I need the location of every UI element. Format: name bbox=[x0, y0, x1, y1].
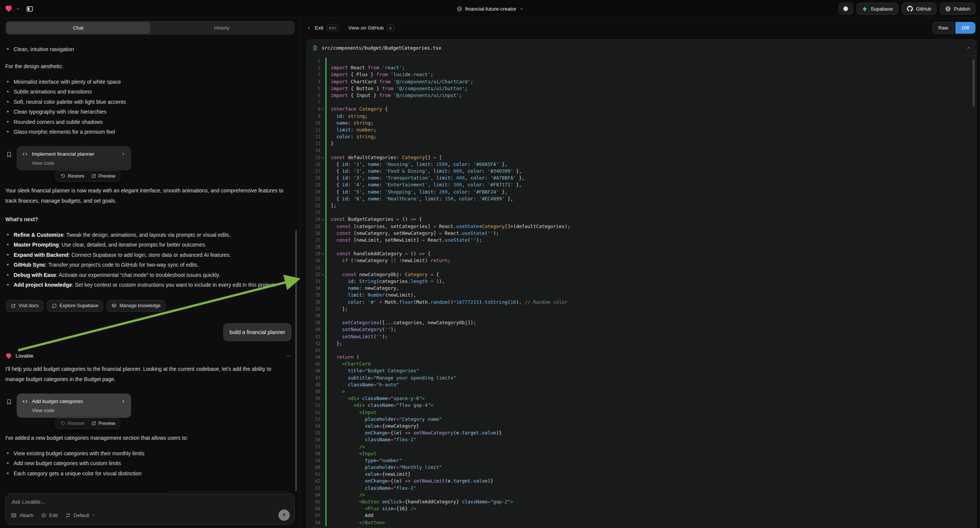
agent-name: Lovable bbox=[16, 353, 33, 359]
send-button[interactable] bbox=[278, 509, 290, 521]
code-line: 62 onChange={(e) => setNewLimit(e.target… bbox=[307, 478, 976, 484]
code-line: 57 /> bbox=[307, 444, 976, 450]
code-line: 66 <Plus size={16} /> bbox=[307, 505, 976, 512]
chevron-right-icon bbox=[121, 399, 126, 404]
file-path: src/components/budget/BudgetCategories.t… bbox=[321, 45, 962, 51]
exit-button[interactable]: Exit ESC bbox=[307, 25, 339, 31]
code-line: 39 setCategories([...categories, newCate… bbox=[307, 319, 976, 326]
code-line: 8∨interface Category { bbox=[307, 106, 976, 113]
supabase-button[interactable]: Supabase bbox=[856, 3, 898, 15]
version-card-block: Add budget categories View code bbox=[6, 394, 292, 418]
project-switcher[interactable]: financial-future-creator bbox=[457, 0, 523, 17]
publish-globe-icon bbox=[945, 6, 951, 12]
code-line: 23 bbox=[307, 209, 976, 216]
preview-button[interactable]: Preview bbox=[91, 421, 115, 426]
publish-button[interactable]: Publish bbox=[940, 3, 975, 15]
view-code-link[interactable]: View code bbox=[32, 160, 126, 166]
code-line: 17 { id: '2', name: 'Food & Dining', lim… bbox=[307, 168, 976, 175]
list-item: Add new budget categories with custom li… bbox=[7, 458, 292, 469]
collapse-chevron-up-icon[interactable] bbox=[966, 45, 971, 50]
code-viewer-header: Exit ESC View on GitHub G Raw Diff bbox=[301, 18, 980, 38]
top-bar: financial-future-creator Supabase bbox=[0, 0, 980, 18]
file-header-bar[interactable]: src/components/budget/BudgetCategories.t… bbox=[307, 40, 977, 56]
code-line: 46 title="Budget Categories" bbox=[307, 367, 976, 374]
raw-toggle-button[interactable]: Raw bbox=[933, 22, 954, 34]
code-line: 22]; bbox=[307, 202, 976, 209]
lovable-heart-logo-icon[interactable] bbox=[5, 5, 13, 13]
code-line: 38 bbox=[307, 312, 976, 319]
list-item: Minimalist interface with plenty of whit… bbox=[7, 77, 292, 87]
view-on-github-button[interactable]: View on GitHub G bbox=[348, 25, 394, 31]
globe-icon bbox=[457, 6, 462, 12]
list-item: Clean, intuitive navigation bbox=[7, 44, 292, 54]
logo-chevron-down-icon[interactable] bbox=[16, 7, 20, 11]
attach-image-icon bbox=[11, 512, 17, 518]
list-item: Rounded corners and subtle shadows bbox=[7, 117, 292, 127]
raw-diff-toggle: Raw Diff bbox=[933, 22, 975, 34]
github-button[interactable]: GitHub bbox=[902, 3, 936, 15]
code-line: 61 value={newLimit} bbox=[307, 471, 976, 478]
file-diff-icon bbox=[312, 45, 318, 51]
visit-docs-button[interactable]: Visit docs bbox=[6, 300, 44, 312]
code-line: 14 bbox=[307, 147, 976, 154]
preview-button[interactable]: Preview bbox=[91, 173, 115, 179]
code-line: 18 { id: '3', name: 'Transportation', li… bbox=[307, 175, 976, 181]
bullet-list: Clean, intuitive navigation bbox=[5, 44, 292, 54]
sidebar-toggle-icon[interactable] bbox=[26, 5, 33, 13]
tab-chat[interactable]: Chat bbox=[6, 22, 150, 34]
bookmark-icon[interactable] bbox=[6, 151, 12, 157]
code-line: 47 subtitle="Manage your spending limits… bbox=[307, 375, 976, 382]
code-line: 24∨const BudgetCategories = () => { bbox=[307, 216, 976, 223]
code-line: 60 placeholder="Monthly limit" bbox=[307, 464, 976, 471]
whats-next-heading: What's next? bbox=[5, 215, 292, 224]
code-line: 28 bbox=[307, 243, 976, 250]
list-item: Each category gets a unique color for vi… bbox=[7, 469, 292, 479]
code-line: 64 /> bbox=[307, 491, 976, 498]
composer[interactable]: Ask Lovable... Attach Edit bbox=[5, 493, 295, 525]
chat-scrollbar[interactable] bbox=[295, 230, 297, 491]
version-title: Implement financial planner bbox=[32, 151, 117, 157]
restore-button[interactable]: Restore bbox=[60, 421, 84, 426]
code-line: 55 onChange={(e) => setNewCategory(e.tar… bbox=[307, 429, 976, 436]
code-line: 15∨const defaultCategories: Category[] =… bbox=[307, 154, 976, 161]
composer-input[interactable]: Ask Lovable... bbox=[12, 499, 289, 505]
chevron-down-icon bbox=[92, 513, 95, 517]
publish-label: Publish bbox=[954, 6, 970, 12]
bullet-list: Minimalist interface with plenty of whit… bbox=[5, 77, 292, 137]
restore-button[interactable]: Restore bbox=[60, 173, 84, 179]
project-chevron-down-icon bbox=[519, 7, 523, 11]
chat-messages[interactable]: Clean, intuitive navigation For the desi… bbox=[0, 38, 300, 491]
code-line: 16 { id: '1', name: 'Housing', limit: 15… bbox=[307, 161, 976, 168]
code-line: 10 name: string; bbox=[307, 120, 976, 127]
esc-key-badge: ESC bbox=[327, 25, 339, 31]
gear-icon bbox=[843, 6, 849, 12]
design-heading: For the design aesthetic: bbox=[5, 61, 292, 72]
code-area[interactable]: 12import React from 'react';3import { Pl… bbox=[307, 56, 977, 528]
github-label: GitHub bbox=[916, 6, 931, 12]
manage-knowledge-button[interactable]: Manage knowledge bbox=[107, 300, 165, 312]
explore-supabase-button[interactable]: Explore Supabase bbox=[47, 300, 103, 312]
list-item: Clean typography with clear hierarchies bbox=[7, 107, 292, 117]
more-options-icon[interactable] bbox=[286, 353, 292, 359]
version-card[interactable]: Implement financial planner View code bbox=[17, 146, 131, 170]
bullet-list: View existing budget categories with the… bbox=[5, 448, 292, 479]
version-hover-toolbar: Restore Preview bbox=[55, 170, 121, 182]
view-code-link[interactable]: View code bbox=[32, 407, 126, 413]
code-icon bbox=[22, 151, 28, 157]
code-line: 26 const [newCategory, setNewCategory] =… bbox=[307, 230, 976, 237]
edit-mode-button[interactable]: Edit bbox=[41, 512, 57, 518]
code-line: 27 const [newLimit, setNewLimit] = React… bbox=[307, 237, 976, 243]
code-line: 1 bbox=[307, 57, 976, 64]
version-card[interactable]: Add budget categories View code bbox=[17, 394, 131, 418]
tab-history[interactable]: History bbox=[150, 22, 294, 34]
diff-toggle-button[interactable]: Diff bbox=[955, 22, 975, 34]
bookmark-icon[interactable] bbox=[6, 399, 12, 405]
github-icon bbox=[907, 6, 913, 12]
list-item: Expand with Backend: Connect Supabase to… bbox=[7, 250, 292, 260]
attach-button[interactable]: Attach bbox=[11, 512, 33, 518]
code-scrollbar[interactable] bbox=[972, 59, 975, 107]
list-item: Subtle animations and transitions bbox=[7, 87, 292, 97]
app-window: financial-future-creator Supabase bbox=[0, 0, 980, 528]
settings-button[interactable] bbox=[839, 3, 853, 15]
model-selector[interactable]: Default bbox=[65, 512, 95, 518]
